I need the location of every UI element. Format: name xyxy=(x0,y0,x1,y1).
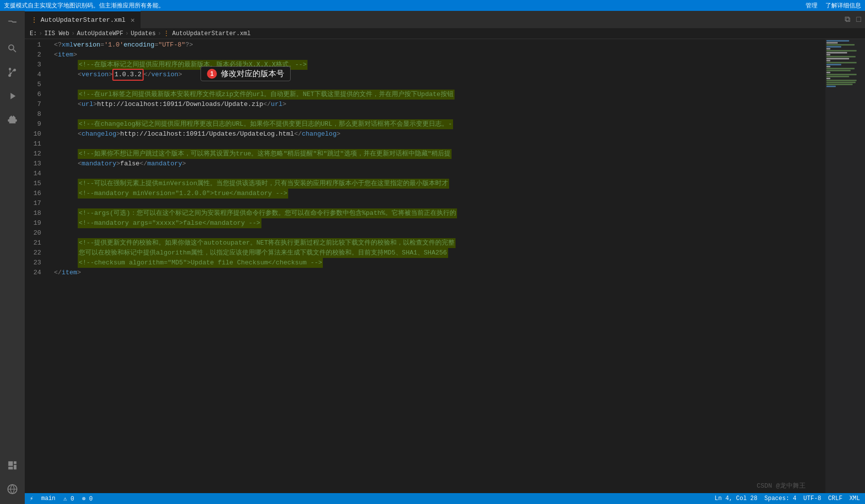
breadcrumb: E: › IIS Web › AutoUpdateWPF › Updates ›… xyxy=(25,28,865,39)
minimap-line xyxy=(826,54,830,55)
activity-bar xyxy=(0,11,25,504)
breadcrumb-e[interactable]: E: xyxy=(30,30,37,37)
status-warnings[interactable]: ⊗ 0 xyxy=(82,495,93,503)
minimap-line xyxy=(826,86,836,87)
ln-6: 6 xyxy=(25,90,46,100)
status-cursor: Ln 4, Col 28 xyxy=(714,495,757,502)
tab-bar: ⋮ AutoUpdaterStarter.xml ✕ ⧉ □ xyxy=(25,11,865,28)
status-crlf: CRLF xyxy=(828,495,843,502)
minimap-line xyxy=(826,78,830,79)
ln-5: 5 xyxy=(25,80,46,90)
code-line-24: </item> xyxy=(52,268,825,278)
code-line-23: <!--checksum algorithm="MD5">Update file… xyxy=(52,258,825,268)
code-line-21: <!--提供更新文件的校验和。如果你做这个autotoupater。NET将在执… xyxy=(52,238,825,248)
main-layout: ⋮ AutoUpdaterStarter.xml ✕ ⧉ □ E: › IIS … xyxy=(0,11,865,504)
minimap-line xyxy=(826,52,847,53)
tooltip-text: 修改对应的版本号 xyxy=(221,69,284,79)
minimap-line xyxy=(826,48,830,50)
ln-16: 16 xyxy=(25,189,46,199)
line-numbers: 1 2 3 4 5 6 7 8 9 10 11 12 13 14 15 16 1… xyxy=(25,39,52,493)
ln-13: 13 xyxy=(25,159,46,169)
code-line-22: 您可以在校验和标记中提供algorithm属性，以指定应该使用哪个算法来生成下载… xyxy=(52,248,825,258)
breadcrumb-rss-icon: ⋮ xyxy=(163,30,169,37)
breadcrumb-filename[interactable]: AutoUpdaterStarter.xml xyxy=(172,30,251,37)
run-icon[interactable] xyxy=(2,86,22,106)
ln-9: 9 xyxy=(25,119,46,129)
ln-23: 23 xyxy=(25,258,46,268)
status-encoding: UTF-8 xyxy=(804,495,821,502)
details-link[interactable]: 了解详细信息 xyxy=(825,1,861,10)
code-line-3: <!--在版本标记之间提供应用程序的最新版本。版本必须为X.X.X.X格式。--… xyxy=(52,60,825,70)
minimap-line xyxy=(826,44,855,46)
source-control-icon[interactable] xyxy=(2,62,22,82)
file-tab[interactable]: ⋮ AutoUpdaterStarter.xml ✕ xyxy=(25,11,141,28)
tab-filename: AutoUpdaterStarter.xml xyxy=(41,16,126,24)
ln-15: 15 xyxy=(25,179,46,189)
minimap-line xyxy=(826,58,849,59)
code-editor[interactable]: 1 2 3 4 5 6 7 8 9 10 11 12 13 14 15 16 1… xyxy=(25,39,865,493)
code-line-16: <!--mandatory minVersion="1.2.0.0">true<… xyxy=(52,189,825,199)
code-line-9: <!--在changelog标记之间提供应用程序更改日志的URL。如果你不提供变… xyxy=(52,119,825,129)
minimap-line xyxy=(826,70,851,71)
ln-11: 11 xyxy=(25,139,46,149)
tab-close-button[interactable]: ✕ xyxy=(131,16,135,24)
split-editor-icon[interactable]: ⧉ xyxy=(845,15,850,24)
code-line-18: <!--args(可选)：您可以在这个标记之间为安装程序提供命令行参数。您可以在… xyxy=(52,208,825,218)
extensions-icon[interactable] xyxy=(2,110,22,130)
code-content[interactable]: <?xml version='1.0' encoding="UTF-8"?> <… xyxy=(52,39,825,493)
status-branch[interactable]: main xyxy=(41,495,55,502)
ln-1: 1 xyxy=(25,40,46,50)
status-errors[interactable]: ⚠ 0 xyxy=(63,495,74,503)
top-bar-text: 支援模式自主实现文字地图识别码。信主渐推应用所有务能。 xyxy=(4,1,806,10)
minimap-line xyxy=(826,42,838,44)
ln-17: 17 xyxy=(25,199,46,208)
watermark: CSDN @龙中舞王 xyxy=(757,481,806,490)
ln-8: 8 xyxy=(25,109,46,119)
ln-7: 7 xyxy=(25,100,46,109)
minimap-line xyxy=(826,64,841,65)
minimap-line xyxy=(826,84,853,85)
minimap-line xyxy=(826,60,830,61)
ln-3: 3 xyxy=(25,60,46,70)
code-line-5 xyxy=(52,80,825,90)
minimap-line xyxy=(826,50,857,51)
code-line-20 xyxy=(52,228,825,238)
search-icon[interactable] xyxy=(2,39,22,58)
minimap-line xyxy=(826,62,857,63)
ln-24: 24 xyxy=(25,268,46,278)
code-line-11 xyxy=(52,139,825,149)
ln-10: 10 xyxy=(25,129,46,139)
ln-18: 18 xyxy=(25,208,46,218)
status-bar-right: Ln 4, Col 28 Spaces: 4 UTF-8 CRLF XML xyxy=(714,495,860,502)
ln-4: 4 xyxy=(25,70,46,80)
breadcrumb-updates[interactable]: Updates xyxy=(131,30,155,37)
explorer-icon[interactable] xyxy=(2,15,22,35)
code-line-15: <!--可以在强制元素上提供minVersion属性。当您提供该选项时，只有当安… xyxy=(52,179,825,189)
minimap-line xyxy=(826,68,855,69)
window-controls: ⧉ □ xyxy=(841,11,865,28)
code-line-17 xyxy=(52,199,825,208)
ln-12: 12 xyxy=(25,149,46,159)
minimap xyxy=(825,39,865,493)
code-line-4: <version>1.0.3.2</version> xyxy=(52,70,825,80)
ln-14: 14 xyxy=(25,169,46,179)
breadcrumb-iis[interactable]: IIS Web xyxy=(45,30,69,37)
ln-21: 21 xyxy=(25,238,46,248)
maximize-icon[interactable]: □ xyxy=(856,15,861,24)
code-line-14 xyxy=(52,169,825,179)
docker-icon[interactable] xyxy=(2,455,22,475)
status-language: XML xyxy=(849,495,860,502)
minimap-line xyxy=(826,40,849,42)
ln-20: 20 xyxy=(25,228,46,238)
breadcrumb-autoupdate[interactable]: AutoUpdateWPF xyxy=(77,30,123,37)
minimap-line xyxy=(826,56,856,57)
status-git-icon: ⚡ xyxy=(30,495,33,503)
browser-icon[interactable] xyxy=(2,479,22,499)
manage-link[interactable]: 管理 xyxy=(806,1,817,10)
status-bar: ⚡ main ⚠ 0 ⊗ 0 Ln 4, Col 28 Spaces: 4 UT… xyxy=(25,493,865,504)
tooltip-box: 1 修改对应的版本号 xyxy=(201,66,291,81)
minimap-line xyxy=(826,82,856,83)
code-line-6: <!--在url标签之间提供最新版本安装程序文件或zip文件的url。自动更新。… xyxy=(52,90,825,100)
status-spaces: Spaces: 4 xyxy=(764,495,797,502)
editor-area: ⋮ AutoUpdaterStarter.xml ✕ ⧉ □ E: › IIS … xyxy=(25,11,865,504)
